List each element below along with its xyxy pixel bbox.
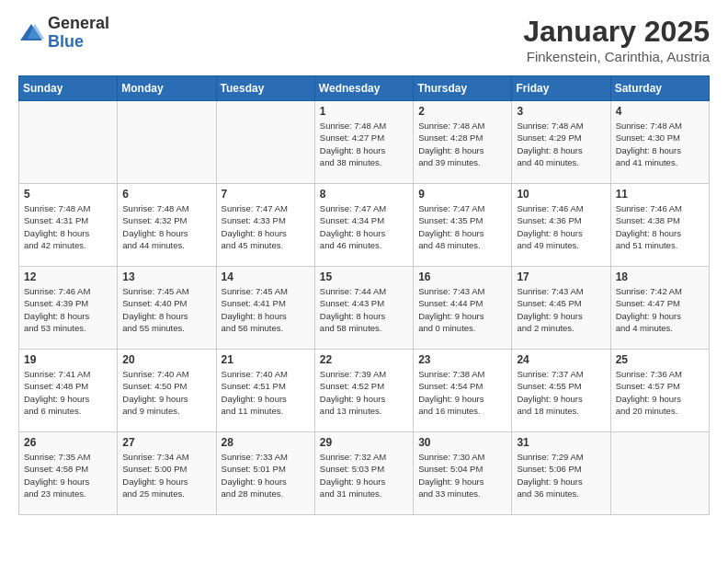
calendar-cell: 16Sunrise: 7:43 AM Sunset: 4:44 PM Dayli…	[414, 267, 512, 350]
day-info: Sunrise: 7:47 AM Sunset: 4:34 PM Dayligh…	[320, 202, 408, 251]
day-number: 15	[320, 270, 408, 283]
day-number: 26	[24, 436, 112, 449]
day-info: Sunrise: 7:47 AM Sunset: 4:33 PM Dayligh…	[222, 202, 310, 251]
logo-general-text: General	[48, 15, 109, 33]
calendar-cell: 19Sunrise: 7:41 AM Sunset: 4:48 PM Dayli…	[19, 350, 118, 432]
day-info: Sunrise: 7:29 AM Sunset: 5:06 PM Dayligh…	[517, 451, 605, 500]
calendar-cell: 22Sunrise: 7:39 AM Sunset: 4:52 PM Dayli…	[314, 350, 413, 432]
calendar-body: 1Sunrise: 7:48 AM Sunset: 4:27 PM Daylig…	[19, 101, 710, 515]
calendar-cell: 5Sunrise: 7:48 AM Sunset: 4:31 PM Daylig…	[19, 184, 118, 267]
calendar-table: SundayMondayTuesdayWednesdayThursdayFrid…	[18, 75, 710, 515]
weekday-header-friday: Friday	[512, 76, 610, 101]
calendar-cell: 6Sunrise: 7:48 AM Sunset: 4:32 PM Daylig…	[118, 184, 216, 267]
day-number: 17	[517, 270, 605, 283]
calendar-cell: 1Sunrise: 7:48 AM Sunset: 4:27 PM Daylig…	[314, 101, 413, 184]
weekday-header-saturday: Saturday	[610, 76, 709, 101]
logo-text: General Blue	[48, 15, 109, 52]
day-info: Sunrise: 7:48 AM Sunset: 4:30 PM Dayligh…	[616, 120, 704, 168]
day-number: 29	[320, 436, 408, 449]
day-number: 16	[418, 270, 506, 283]
day-info: Sunrise: 7:48 AM Sunset: 4:29 PM Dayligh…	[517, 120, 605, 168]
calendar-cell: 23Sunrise: 7:38 AM Sunset: 4:54 PM Dayli…	[414, 350, 512, 432]
calendar-cell: 27Sunrise: 7:34 AM Sunset: 5:00 PM Dayli…	[118, 432, 216, 515]
calendar-cell: 31Sunrise: 7:29 AM Sunset: 5:06 PM Dayli…	[512, 432, 610, 515]
calendar-cell: 24Sunrise: 7:37 AM Sunset: 4:55 PM Dayli…	[512, 350, 610, 432]
day-number: 24	[517, 353, 605, 366]
day-number: 19	[24, 353, 112, 366]
day-number: 7	[222, 188, 310, 201]
day-number: 2	[418, 105, 506, 118]
weekday-header-thursday: Thursday	[414, 76, 512, 101]
day-number: 21	[222, 353, 310, 366]
calendar-cell	[216, 101, 314, 184]
calendar-cell: 29Sunrise: 7:32 AM Sunset: 5:03 PM Dayli…	[314, 432, 413, 515]
calendar-cell: 21Sunrise: 7:40 AM Sunset: 4:51 PM Dayli…	[216, 350, 314, 432]
calendar-cell: 8Sunrise: 7:47 AM Sunset: 4:34 PM Daylig…	[314, 184, 413, 267]
day-number: 14	[222, 270, 310, 283]
calendar-week-row: 19Sunrise: 7:41 AM Sunset: 4:48 PM Dayli…	[19, 350, 710, 432]
calendar-cell: 15Sunrise: 7:44 AM Sunset: 4:43 PM Dayli…	[314, 267, 413, 350]
day-number: 4	[616, 105, 704, 118]
day-info: Sunrise: 7:46 AM Sunset: 4:38 PM Dayligh…	[616, 202, 704, 251]
day-info: Sunrise: 7:48 AM Sunset: 4:28 PM Dayligh…	[418, 120, 506, 168]
page: General Blue January 2025 Finkenstein, C…	[0, 0, 728, 530]
day-number: 30	[418, 436, 506, 449]
day-number: 23	[418, 353, 506, 366]
day-number: 1	[320, 105, 408, 118]
day-number: 13	[122, 270, 210, 283]
calendar-cell: 20Sunrise: 7:40 AM Sunset: 4:50 PM Dayli…	[118, 350, 216, 432]
day-info: Sunrise: 7:44 AM Sunset: 4:43 PM Dayligh…	[320, 285, 408, 334]
day-info: Sunrise: 7:46 AM Sunset: 4:39 PM Dayligh…	[24, 285, 112, 334]
calendar-cell: 9Sunrise: 7:47 AM Sunset: 4:35 PM Daylig…	[414, 184, 512, 267]
calendar-cell: 11Sunrise: 7:46 AM Sunset: 4:38 PM Dayli…	[610, 184, 709, 267]
day-number: 10	[517, 188, 605, 201]
day-info: Sunrise: 7:39 AM Sunset: 4:52 PM Dayligh…	[320, 368, 408, 417]
title-section: January 2025 Finkenstein, Carinthia, Aus…	[523, 15, 710, 64]
day-info: Sunrise: 7:48 AM Sunset: 4:27 PM Dayligh…	[320, 120, 408, 168]
day-info: Sunrise: 7:30 AM Sunset: 5:04 PM Dayligh…	[418, 451, 506, 500]
calendar-cell: 28Sunrise: 7:33 AM Sunset: 5:01 PM Dayli…	[216, 432, 314, 515]
day-number: 18	[616, 270, 704, 283]
day-info: Sunrise: 7:45 AM Sunset: 4:41 PM Dayligh…	[222, 285, 310, 334]
calendar-cell: 4Sunrise: 7:48 AM Sunset: 4:30 PM Daylig…	[610, 101, 709, 184]
day-number: 6	[122, 188, 210, 201]
weekday-header-wednesday: Wednesday	[314, 76, 413, 101]
calendar-cell: 2Sunrise: 7:48 AM Sunset: 4:28 PM Daylig…	[414, 101, 512, 184]
day-number: 20	[122, 353, 210, 366]
day-number: 5	[24, 188, 112, 201]
day-number: 8	[320, 188, 408, 201]
day-number: 12	[24, 270, 112, 283]
calendar-week-row: 5Sunrise: 7:48 AM Sunset: 4:31 PM Daylig…	[19, 184, 710, 267]
logo: General Blue	[18, 15, 109, 52]
day-info: Sunrise: 7:40 AM Sunset: 4:50 PM Dayligh…	[122, 368, 210, 417]
day-info: Sunrise: 7:42 AM Sunset: 4:47 PM Dayligh…	[616, 285, 704, 334]
calendar-header: SundayMondayTuesdayWednesdayThursdayFrid…	[19, 76, 710, 101]
location: Finkenstein, Carinthia, Austria	[523, 49, 710, 64]
day-info: Sunrise: 7:33 AM Sunset: 5:01 PM Dayligh…	[222, 451, 310, 500]
day-number: 31	[517, 436, 605, 449]
calendar-cell	[118, 101, 216, 184]
day-info: Sunrise: 7:48 AM Sunset: 4:32 PM Dayligh…	[122, 202, 210, 251]
month-title: January 2025	[523, 15, 710, 49]
calendar-cell	[610, 432, 709, 515]
day-number: 22	[320, 353, 408, 366]
weekday-header-monday: Monday	[118, 76, 216, 101]
day-info: Sunrise: 7:43 AM Sunset: 4:44 PM Dayligh…	[418, 285, 506, 334]
logo-icon	[18, 20, 44, 46]
weekday-header-row: SundayMondayTuesdayWednesdayThursdayFrid…	[19, 76, 710, 101]
calendar-cell: 10Sunrise: 7:46 AM Sunset: 4:36 PM Dayli…	[512, 184, 610, 267]
day-info: Sunrise: 7:45 AM Sunset: 4:40 PM Dayligh…	[122, 285, 210, 334]
day-number: 27	[122, 436, 210, 449]
day-number: 9	[418, 188, 506, 201]
calendar-cell: 12Sunrise: 7:46 AM Sunset: 4:39 PM Dayli…	[19, 267, 118, 350]
day-info: Sunrise: 7:40 AM Sunset: 4:51 PM Dayligh…	[222, 368, 310, 417]
calendar-cell: 30Sunrise: 7:30 AM Sunset: 5:04 PM Dayli…	[414, 432, 512, 515]
calendar-cell: 17Sunrise: 7:43 AM Sunset: 4:45 PM Dayli…	[512, 267, 610, 350]
day-info: Sunrise: 7:34 AM Sunset: 5:00 PM Dayligh…	[122, 451, 210, 500]
day-info: Sunrise: 7:41 AM Sunset: 4:48 PM Dayligh…	[24, 368, 112, 417]
calendar-cell: 3Sunrise: 7:48 AM Sunset: 4:29 PM Daylig…	[512, 101, 610, 184]
day-info: Sunrise: 7:37 AM Sunset: 4:55 PM Dayligh…	[517, 368, 605, 417]
calendar-cell: 13Sunrise: 7:45 AM Sunset: 4:40 PM Dayli…	[118, 267, 216, 350]
calendar-cell: 18Sunrise: 7:42 AM Sunset: 4:47 PM Dayli…	[610, 267, 709, 350]
day-number: 11	[616, 188, 704, 201]
